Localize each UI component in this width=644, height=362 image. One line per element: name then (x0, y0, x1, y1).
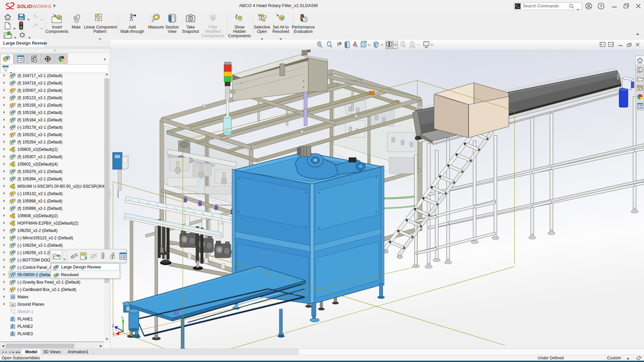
svg-text:SOLIDWORKS: SOLIDWORKS (17, 3, 51, 9)
svg-text:X: X (113, 332, 115, 336)
svg-text:Y: Y (121, 316, 123, 320)
svg-text:?: ? (600, 4, 602, 9)
svg-text:A: A (355, 44, 358, 48)
svg-text:Z: Z (112, 324, 114, 328)
